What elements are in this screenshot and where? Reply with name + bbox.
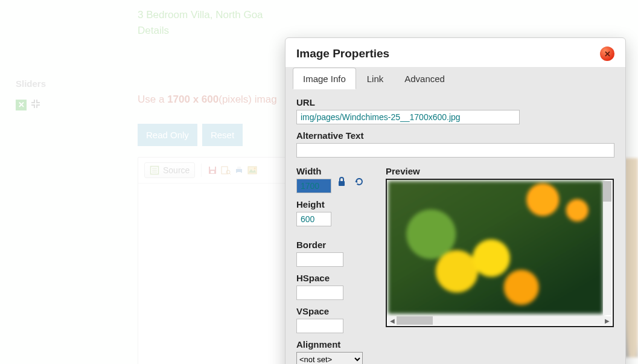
tab-panel-image-info: URL Alternative Text Width Height bbox=[296, 97, 614, 364]
dialog-title: Image Properties bbox=[296, 47, 389, 60]
alt-field-row: Alternative Text bbox=[296, 130, 614, 158]
alignment-select[interactable]: <not set> bbox=[296, 352, 363, 364]
url-field-row: URL bbox=[296, 97, 614, 124]
preview-vertical-scrollbar[interactable] bbox=[603, 181, 611, 315]
preview-horizontal-scrollbar-track[interactable] bbox=[397, 316, 603, 325]
dialog-body: URL Alternative Text Width Height bbox=[286, 89, 625, 364]
hspace-label: HSpace bbox=[296, 273, 369, 283]
vspace-label: VSpace bbox=[296, 306, 369, 316]
preview-horizontal-scrollbar[interactable]: ◀ ▶ bbox=[388, 316, 611, 325]
vspace-input[interactable] bbox=[296, 319, 343, 333]
alt-input[interactable] bbox=[296, 143, 614, 158]
preview-image bbox=[388, 181, 603, 314]
preview-label: Preview bbox=[386, 166, 614, 176]
width-height-fields: Width Height bbox=[296, 166, 331, 226]
left-column: Width Height bbox=[296, 166, 369, 364]
border-input[interactable] bbox=[296, 252, 343, 267]
preview-horizontal-scrollbar-thumb[interactable] bbox=[397, 316, 433, 325]
ratio-icons bbox=[337, 166, 364, 189]
columns: Width Height bbox=[296, 166, 614, 364]
alignment-label: Alignment bbox=[296, 339, 369, 350]
url-input[interactable] bbox=[296, 110, 520, 124]
scroll-right-icon[interactable]: ▶ bbox=[603, 316, 611, 325]
width-height-row: Width Height bbox=[296, 166, 369, 226]
border-label: Border bbox=[296, 240, 369, 250]
close-icon: ✕ bbox=[604, 49, 611, 59]
alt-label: Alternative Text bbox=[296, 130, 614, 141]
right-column: Preview ◀ ▶ bbox=[386, 166, 614, 364]
url-label: URL bbox=[296, 97, 614, 107]
scroll-left-icon[interactable]: ◀ bbox=[388, 316, 397, 325]
svg-rect-16 bbox=[339, 181, 345, 186]
tab-advanced[interactable]: Advanced bbox=[394, 68, 455, 89]
width-label: Width bbox=[296, 166, 331, 176]
dialog-header: Image Properties ✕ bbox=[286, 38, 625, 67]
image-properties-dialog: Image Properties ✕ Image Info Link Advan… bbox=[285, 37, 626, 364]
lock-ratio-icon[interactable] bbox=[337, 177, 346, 189]
preview-box: ◀ ▶ bbox=[386, 179, 614, 327]
tab-link[interactable]: Link bbox=[357, 68, 394, 89]
reset-size-icon[interactable] bbox=[354, 177, 364, 189]
hspace-input[interactable] bbox=[296, 286, 343, 300]
preview-vertical-scrollbar-thumb[interactable] bbox=[603, 181, 611, 202]
height-input[interactable] bbox=[296, 212, 331, 226]
tab-image-info[interactable]: Image Info bbox=[293, 68, 356, 89]
width-input[interactable] bbox=[296, 179, 331, 193]
dialog-tabs: Image Info Link Advanced bbox=[286, 67, 625, 89]
height-label: Height bbox=[296, 199, 331, 209]
close-button[interactable]: ✕ bbox=[600, 46, 614, 61]
